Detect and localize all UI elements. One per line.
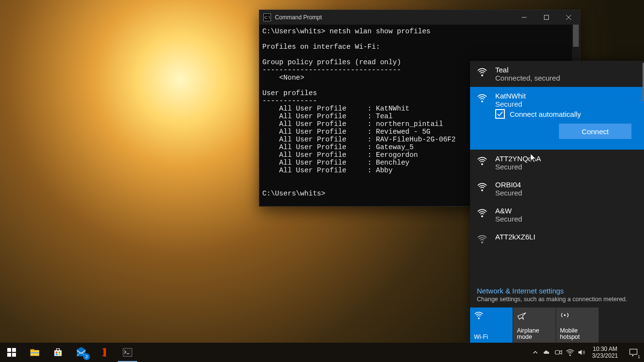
svg-rect-8 — [30, 352, 39, 353]
hotspot-icon — [560, 310, 595, 321]
wifi-icon — [477, 154, 488, 171]
wifi-icon — [477, 66, 488, 82]
taskbar-time: 10:30 AM — [592, 346, 618, 352]
svg-rect-4 — [7, 353, 11, 357]
hotspot-tile-label: Mobile hotspot — [560, 328, 595, 340]
mail-badge: 3 — [83, 353, 90, 360]
wifi-network-orbi04[interactable]: ORBI04 Secured — [470, 176, 644, 202]
connect-button[interactable]: Connect — [559, 124, 631, 139]
svg-rect-0 — [544, 15, 549, 20]
wifi-network-katnwhit[interactable]: KatNWhit Secured Connect automatically C… — [470, 87, 644, 150]
action-center-button[interactable]: 1 — [623, 343, 644, 362]
svg-rect-13 — [56, 354, 57, 355]
wifi-name: ATT2YNQdbA — [495, 154, 637, 163]
office-taskbar-icon[interactable] — [93, 343, 116, 362]
cmd-titlebar[interactable]: C:\ Command Prompt — [259, 10, 580, 25]
connect-automatically-label: Connect automatically — [510, 110, 581, 118]
airplane-mode-tile[interactable]: Airplane mode — [513, 307, 556, 343]
wifi-icon — [477, 233, 488, 244]
taskbar[interactable]: 3 10:30 AM 3/23/2021 1 — [0, 343, 644, 362]
wifi-icon — [477, 181, 488, 197]
cmd-icon: C:\ — [263, 14, 271, 21]
wifi-network-att2kxz6li[interactable]: ATT2kXZ6LI — [470, 228, 644, 244]
close-button[interactable] — [558, 10, 580, 25]
wifi-status: Secured — [495, 215, 637, 223]
svg-point-1 — [564, 314, 566, 316]
svg-rect-16 — [555, 350, 559, 354]
meet-now-tray-icon[interactable] — [553, 343, 564, 362]
terminal-taskbar-icon[interactable] — [116, 343, 139, 362]
svg-rect-2 — [7, 348, 11, 352]
svg-rect-7 — [30, 349, 34, 351]
wifi-icon — [474, 310, 509, 321]
airplane-tile-label: Airplane mode — [517, 328, 552, 340]
wifi-network-teal[interactable]: Teal Connected, secured — [470, 61, 644, 87]
wifi-network-aw[interactable]: A&W Secured — [470, 202, 644, 228]
wifi-status: Connected, secured — [495, 74, 637, 82]
network-settings-title: Network & Internet settings — [477, 287, 637, 295]
wifi-network-att2ynqdba[interactable]: ATT2YNQdbA Secured — [470, 150, 644, 176]
notification-count: 1 — [638, 354, 640, 359]
microsoft-store-taskbar-icon[interactable] — [46, 343, 70, 362]
svg-rect-5 — [12, 353, 16, 357]
network-settings-link[interactable]: Network & Internet settings Change setti… — [470, 283, 644, 307]
svg-rect-15 — [123, 348, 132, 357]
scroll-thumb[interactable] — [573, 25, 579, 47]
connect-automatically-checkbox[interactable] — [495, 109, 505, 119]
wifi-name: KatNWhit — [495, 92, 637, 100]
connect-automatically-row[interactable]: Connect automatically — [477, 106, 637, 122]
svg-rect-11 — [56, 351, 57, 353]
mail-taskbar-icon[interactable]: 3 — [70, 343, 93, 362]
taskbar-clock[interactable]: 10:30 AM 3/23/2021 — [587, 346, 623, 359]
wifi-name: A&W — [495, 207, 637, 215]
maximize-button[interactable] — [535, 10, 558, 25]
wifi-status: Secured — [495, 163, 637, 171]
wifi-status: Secured — [495, 189, 637, 197]
start-button[interactable] — [0, 343, 23, 362]
minimize-button[interactable] — [513, 10, 535, 25]
file-explorer-taskbar-icon[interactable] — [23, 343, 46, 362]
svg-rect-14 — [58, 354, 60, 355]
network-settings-sub: Change settings, such as making a connec… — [477, 296, 637, 303]
cmd-title: Command Prompt — [275, 14, 322, 21]
onedrive-tray-icon[interactable] — [541, 343, 553, 362]
wifi-name: ATT2kXZ6LI — [495, 233, 637, 241]
wifi-tile[interactable]: Wi-Fi — [470, 307, 513, 343]
taskbar-date: 3/23/2021 — [592, 352, 618, 359]
wifi-flyout: Teal Connected, secured KatNWhit Secured… — [470, 61, 644, 343]
wifi-tile-label: Wi-Fi — [474, 334, 509, 340]
svg-rect-10 — [57, 349, 60, 351]
volume-tray-icon[interactable] — [576, 343, 587, 362]
mobile-hotspot-tile[interactable]: Mobile hotspot — [556, 307, 599, 343]
svg-rect-9 — [55, 350, 62, 356]
wifi-icon — [477, 207, 488, 223]
svg-rect-12 — [58, 351, 60, 353]
wifi-network-list: Teal Connected, secured KatNWhit Secured… — [470, 61, 644, 283]
quick-action-tiles: Wi-Fi Airplane mode Mobile hotspot — [470, 307, 644, 343]
wifi-name: ORBI04 — [495, 181, 637, 189]
svg-rect-3 — [12, 348, 16, 352]
wifi-icon — [477, 92, 488, 108]
tray-overflow-button[interactable] — [530, 343, 541, 362]
airplane-icon — [517, 310, 552, 321]
wifi-name: Teal — [495, 66, 637, 74]
wifi-tray-icon[interactable] — [564, 343, 576, 362]
